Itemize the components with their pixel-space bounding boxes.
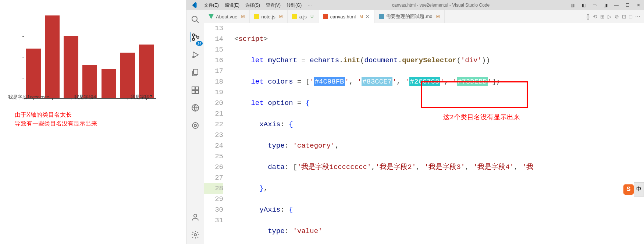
bar-5	[102, 69, 116, 98]
run-icon[interactable]: ▷	[608, 14, 612, 20]
x-label-4: 我是字段4	[74, 94, 96, 100]
code-line[interactable]: },	[230, 183, 644, 194]
line-no: 25	[204, 151, 223, 162]
code-line[interactable]: let myChart = echarts.init(document.quer…	[230, 55, 644, 66]
tab-modified-badge: M	[359, 14, 363, 19]
close-icon[interactable]: ✕	[633, 3, 644, 8]
line-no: 23	[204, 130, 223, 141]
sogou-logo-icon: S	[623, 184, 634, 195]
js-file-icon	[292, 14, 297, 19]
layout-bottom-icon[interactable]: ▭	[589, 3, 600, 8]
svg-rect-11	[196, 91, 199, 93]
title-bar[interactable]: 文件(E) 编辑(E) 选择(S) 查看(V) 转到(G) … canvas.h…	[186, 0, 644, 10]
tab-a-js[interactable]: a.js U	[288, 10, 319, 23]
code-editor[interactable]: 13 14 15 16 17 18 19 20 21 22 23 24 25 2…	[204, 23, 644, 244]
tab-canvas-html[interactable]: canvas.html M ✕	[319, 10, 374, 23]
svg-point-14	[194, 124, 196, 127]
line-no: 17	[204, 66, 223, 77]
x-label-1: 我是字段1cccccccc	[8, 94, 49, 100]
menu-edit[interactable]: 编辑(E)	[222, 2, 242, 8]
tab-note-js[interactable]: note.js M	[250, 10, 288, 23]
code-line[interactable]: type: 'value'	[230, 226, 644, 237]
more-icon[interactable]: ⋯	[635, 14, 640, 20]
line-no: 29	[204, 194, 223, 205]
tab-label: canvas.html	[330, 14, 356, 20]
menu-bar[interactable]: 文件(E) 编辑(E) 选择(S) 查看(V) 转到(G) …	[201, 2, 315, 8]
menu-view[interactable]: 查看(V)	[263, 2, 284, 8]
layout-right-icon[interactable]: ◨	[600, 3, 611, 8]
menu-go[interactable]: 转到(G)	[284, 2, 305, 8]
svg-point-2	[192, 34, 195, 36]
bar-2	[45, 15, 60, 98]
svg-rect-8	[192, 87, 195, 90]
files-icon[interactable]	[191, 68, 200, 77]
line-no: 26	[204, 162, 223, 173]
source-control-icon[interactable]	[191, 32, 200, 42]
diff-icon[interactable]: ⊘	[615, 14, 619, 20]
tab-modified-badge: M	[241, 14, 245, 19]
window-title: canvas.html - vue2elementui - Visual Stu…	[315, 3, 567, 8]
settings-gear-icon[interactable]	[191, 230, 200, 240]
line-no: 30	[204, 205, 223, 215]
split-right-icon[interactable]: □	[629, 14, 632, 20]
menu-select[interactable]: 选择(S)	[242, 2, 263, 8]
tab-label: 需要整理的面试题.md	[386, 13, 433, 20]
line-no: 27	[204, 173, 223, 183]
split-icon[interactable]: ⊞	[600, 14, 605, 20]
md-file-icon	[379, 14, 384, 19]
code-line[interactable]: yAxis: {	[230, 205, 644, 215]
extensions-icon[interactable]	[191, 85, 200, 95]
activity-bar: 24	[186, 10, 204, 244]
tab-label: a.js	[299, 14, 307, 20]
tab-close-icon[interactable]: ✕	[365, 14, 370, 20]
braces-icon[interactable]: {}	[586, 14, 590, 20]
layout-side-icon[interactable]: ◧	[578, 3, 589, 8]
scm-badge: 24	[196, 41, 203, 46]
code-content[interactable]: <<script>script> let myChart = echarts.i…	[230, 23, 644, 244]
minimize-icon[interactable]: —	[611, 3, 622, 8]
code-line[interactable]: xAxis: {	[230, 119, 644, 130]
chart-preview-panel: 200 150 100 50 0 我是字段1cccccccc 我是字段4 我是字…	[0, 0, 186, 244]
code-line[interactable]: data: ['我是字段1cccccccc','我是字段2', '我是字段3',…	[230, 162, 644, 173]
line-number-gutter: 13 14 15 16 17 18 19 20 21 22 23 24 25 2…	[204, 23, 230, 244]
maximize-icon[interactable]: ☐	[622, 3, 633, 8]
svg-point-0	[192, 16, 197, 21]
vscode-window: 文件(E) 编辑(E) 选择(S) 查看(V) 转到(G) … canvas.h…	[186, 0, 644, 244]
account-icon[interactable]	[191, 212, 200, 222]
line-no: 14	[204, 34, 223, 45]
tab-interview-md[interactable]: 需要整理的面试题.md M	[374, 10, 445, 23]
tab-about-vue[interactable]: About.vue M	[204, 10, 250, 23]
editor-area: About.vue M note.js M a.js U canvas.html…	[204, 10, 644, 244]
layout-panel-icon[interactable]: ▥	[567, 3, 578, 8]
line-no: 22	[204, 119, 223, 130]
tab-untracked-badge: U	[310, 14, 314, 19]
editor-toolbar: {} ⟲ ⊞ ▷ ⊘ ⊡ □ ⋯	[583, 10, 644, 23]
ime-mode[interactable]: 中	[634, 182, 644, 197]
debug-icon[interactable]	[191, 50, 200, 60]
bar-3	[64, 36, 78, 98]
menu-more[interactable]: …	[305, 2, 315, 8]
search-icon[interactable]	[191, 15, 200, 24]
svg-rect-7	[193, 69, 198, 74]
code-line[interactable]: type: 'category',	[230, 141, 644, 151]
code-line[interactable]: <<script>script>	[230, 34, 644, 45]
menu-file[interactable]: 文件(E)	[201, 2, 222, 8]
line-no: 24	[204, 141, 223, 151]
timeline-icon[interactable]: ⟲	[593, 14, 597, 20]
line-no: 13	[204, 23, 223, 34]
chart-annotation: 由于X轴的类目名太长 导致有一些类目名没有显示出来	[15, 110, 97, 128]
remote-icon[interactable]	[191, 103, 200, 113]
docker-icon[interactable]	[191, 121, 200, 130]
bar-7	[139, 45, 154, 98]
ime-indicator[interactable]: S 中	[623, 182, 644, 197]
vue-file-icon	[209, 14, 214, 19]
line-no: 16	[204, 55, 223, 66]
html-file-icon	[323, 14, 328, 19]
bar-6	[120, 53, 135, 98]
line-no: 19	[204, 87, 223, 98]
annotation-text: 这2个类目名没有显示出来	[443, 112, 520, 123]
js-file-icon	[254, 14, 259, 19]
preview-icon[interactable]: ⊡	[622, 14, 626, 20]
line-no: 20	[204, 98, 223, 109]
svg-point-3	[192, 38, 195, 40]
